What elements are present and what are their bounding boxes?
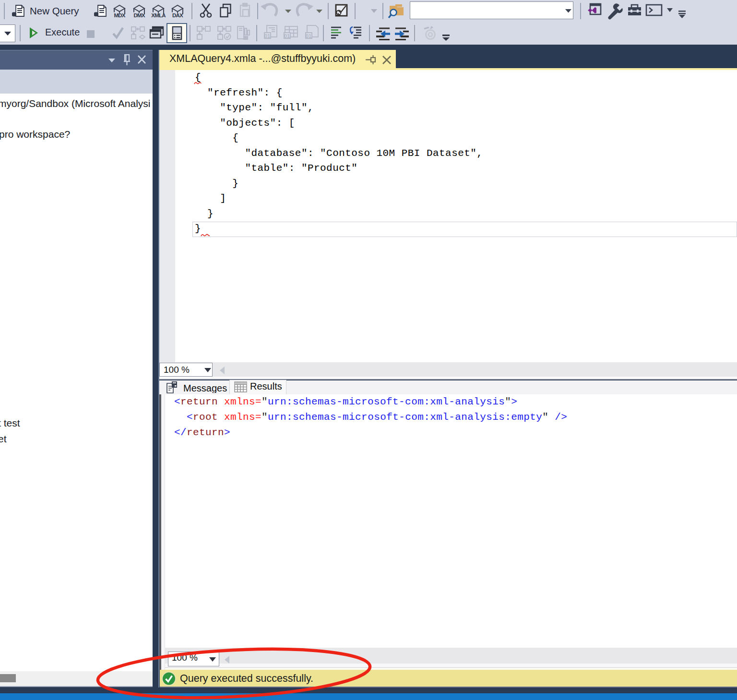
svg-text:XMLA: XMLA xyxy=(151,12,166,18)
svg-text:DMX: DMX xyxy=(133,12,145,18)
svg-text:DAX: DAX xyxy=(172,12,183,18)
svg-text:01: 01 xyxy=(284,33,290,39)
svg-text:MDX: MDX xyxy=(114,12,125,18)
svg-text:01: 01 xyxy=(306,33,311,39)
svg-text:01: 01 xyxy=(264,33,270,39)
